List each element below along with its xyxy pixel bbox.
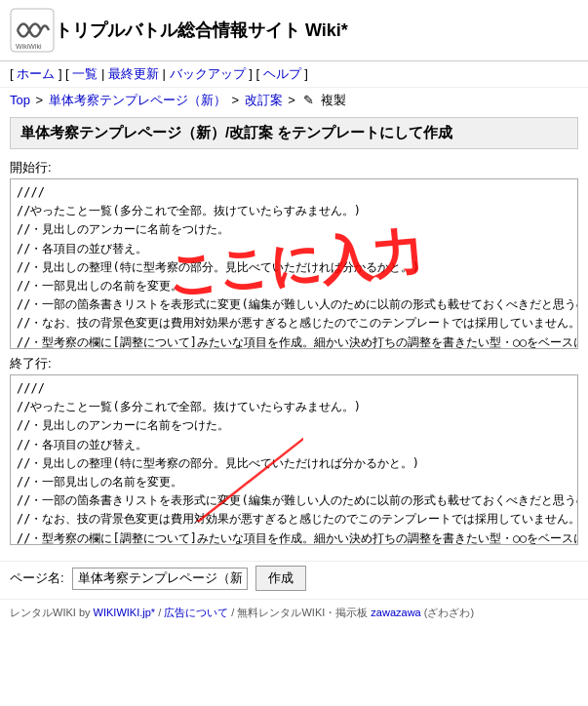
end-line-2: //やったこと一覧(多分これで全部。抜けていたらすみません。) bbox=[17, 398, 571, 416]
breadcrumb-template[interactable]: 単体考察テンプレページ（新） bbox=[49, 93, 226, 107]
page-name-input[interactable] bbox=[72, 568, 248, 590]
end-line-5: //・見出しの整理(特に型考察の部分。見比べていただければ分かるかと。) bbox=[17, 454, 571, 473]
footer-text3: / 無料レンタルWIKI・掲示板 bbox=[228, 607, 371, 618]
logo-area: WikiWiki bbox=[10, 8, 55, 53]
header: WikiWiki トリプルバトル総合情報サイト Wiki* bbox=[0, 0, 588, 61]
nav-help[interactable]: ヘルプ bbox=[263, 66, 301, 81]
line-6: //・一部見出しの名前を変更。 bbox=[17, 277, 571, 295]
end-text-block: //// //やったこと一覧(多分これで全部。抜けていたらすみません。) //・… bbox=[10, 374, 578, 545]
svg-text:WikiWiki: WikiWiki bbox=[16, 43, 42, 50]
start-text-block: //// //やったこと一覧(多分これで全部。抜けていたらすみません。) //・… bbox=[10, 178, 578, 349]
footer-text1: レンタルWIKI by bbox=[10, 607, 94, 618]
line-7: //・一部の箇条書きリストを表形式に変更(編集が難しい人のために以前の形式も載せ… bbox=[17, 295, 571, 314]
footer: レンタルWIKI by WIKIWIKI.jp* / 広告について / 無料レン… bbox=[0, 599, 588, 626]
breadcrumb-current: 複製 bbox=[321, 93, 346, 107]
nav-home[interactable]: ホーム bbox=[17, 66, 55, 81]
end-line-4: //・各項目の並び替え。 bbox=[17, 436, 571, 454]
footer-link2[interactable]: 広告について bbox=[164, 607, 228, 618]
bottom-controls: ページ名: 作成 bbox=[0, 561, 588, 595]
end-line-8: //・なお、技の背景色変更は費用対効果が悪すぎると感じたのでこのテンプレートでは… bbox=[17, 510, 571, 529]
nav-list[interactable]: 一覧 bbox=[72, 66, 98, 81]
line-3: //・見出しのアンカーに名前をつけた。 bbox=[17, 220, 571, 239]
nav-bar: [ ホーム ] [ 一覧 | 最終更新 | バックアップ ] [ ヘルプ ] bbox=[0, 61, 588, 88]
site-title: トリプルバトル総合情報サイト Wiki* bbox=[55, 19, 348, 42]
breadcrumb-revision[interactable]: 改訂案 bbox=[245, 93, 283, 107]
page-name-label: ページ名: bbox=[10, 569, 64, 587]
end-line-6: //・一部見出しの名前を変更。 bbox=[17, 473, 571, 491]
breadcrumb-top[interactable]: Top bbox=[10, 93, 30, 107]
footer-link1[interactable]: WIKIWIKI.jp* bbox=[94, 607, 156, 618]
nav-backup[interactable]: バックアップ bbox=[170, 66, 246, 81]
footer-text4: (ざわざわ) bbox=[421, 607, 474, 618]
start-content: //// //やったこと一覧(多分これで全部。抜けていたらすみません。) //・… bbox=[17, 183, 571, 349]
footer-link3[interactable]: zawazawa bbox=[371, 607, 420, 618]
end-line-7: //・一部の箇条書きリストを表形式に変更(編集が難しい人のために以前の形式も載せ… bbox=[17, 491, 571, 510]
line-8: //・なお、技の背景色変更は費用対効果が悪すぎると感じたのでこのテンプレートでは… bbox=[17, 314, 571, 333]
page-title: 単体考察テンプレページ（新）/改訂案 をテンプレートにして作成 bbox=[10, 117, 578, 149]
breadcrumb-icon: ✎ bbox=[303, 93, 314, 107]
end-line-3: //・見出しのアンカーに名前をつけた。 bbox=[17, 416, 571, 435]
nav-recent[interactable]: 最終更新 bbox=[108, 66, 159, 81]
line-9: //・型考察の欄に[調整について]みたいな項目を作成。細かい決め打ちの調整を書き… bbox=[17, 333, 571, 350]
site-logo-icon: WikiWiki bbox=[10, 8, 55, 53]
start-label: 開始行: bbox=[10, 159, 578, 176]
end-line-1: //// bbox=[17, 379, 571, 398]
end-line-9: //・型考察の欄に[調整について]みたいな項目を作成。細かい決め打ちの調整を書き… bbox=[17, 530, 571, 546]
breadcrumb: Top > 単体考察テンプレページ（新） > 改訂案 > ✎ 複製 bbox=[0, 88, 588, 113]
line-1: //// bbox=[17, 183, 571, 202]
end-label: 終了行: bbox=[10, 355, 578, 373]
line-4: //・各項目の並び替え。 bbox=[17, 240, 571, 258]
end-content: //// //やったこと一覧(多分これで全部。抜けていたらすみません。) //・… bbox=[17, 379, 571, 545]
footer-text2: / bbox=[155, 607, 164, 618]
line-5: //・見出しの整理(特に型考察の部分。見比べていただければ分かるかと。) bbox=[17, 258, 571, 277]
content-area: 開始行: //// //やったこと一覧(多分これで全部。抜けていたらすみません。… bbox=[0, 153, 588, 557]
create-button[interactable]: 作成 bbox=[255, 566, 306, 591]
line-2: //やったこと一覧(多分これで全部。抜けていたらすみません。) bbox=[17, 202, 571, 220]
